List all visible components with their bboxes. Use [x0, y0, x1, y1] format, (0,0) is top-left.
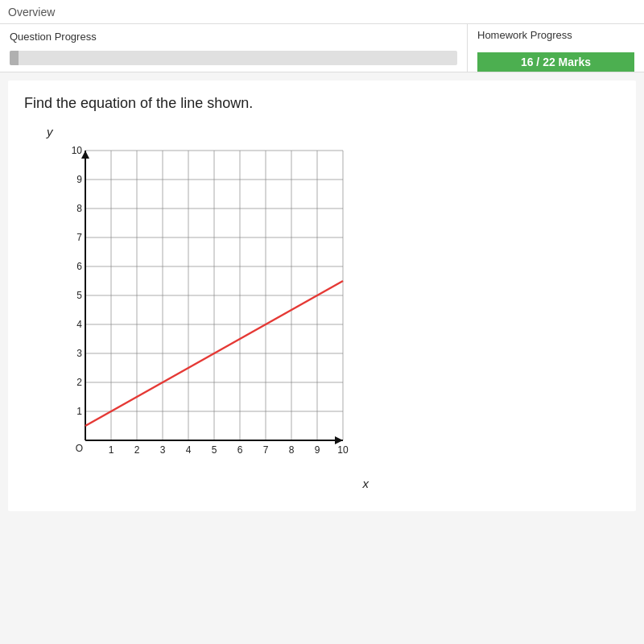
homework-marks-badge: 16 / 22 Marks — [477, 52, 634, 72]
y-axis-label: y — [47, 125, 53, 138]
main-content: Find the equation of the line shown. y x — [8, 80, 636, 511]
question-progress: Question Progress — [0, 24, 467, 72]
graph-container: y x — [32, 125, 370, 495]
graph-inner — [61, 142, 351, 464]
progress-bar-fill — [10, 51, 19, 65]
progress-section: Question Progress Homework Progress 16 /… — [0, 24, 644, 72]
progress-bar-background — [10, 51, 457, 65]
x-axis-label: x — [363, 477, 369, 490]
overview-label: Overview — [8, 6, 55, 19]
homework-progress-label: Homework Progress — [477, 29, 572, 41]
graph-canvas — [61, 142, 351, 464]
homework-progress: Homework Progress 16 / 22 Marks — [467, 24, 644, 72]
top-bar: Overview — [0, 0, 644, 24]
question-progress-label: Question Progress — [10, 31, 457, 43]
question-text: Find the equation of the line shown. — [24, 95, 620, 112]
